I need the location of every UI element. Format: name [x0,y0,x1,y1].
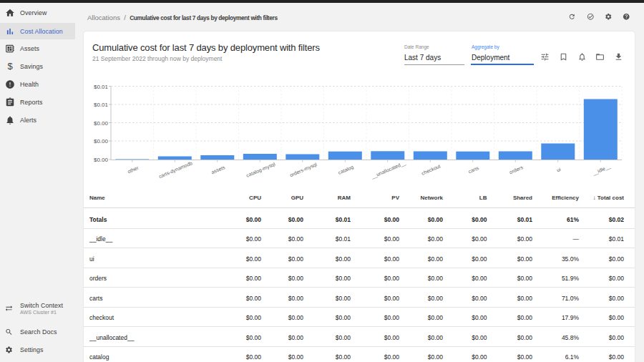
svg-text:$0.00: $0.00 [94,157,109,163]
svg-text:assets: assets [210,165,226,175]
svg-text:$0.00: $0.00 [94,120,109,127]
svg-text:other: other [127,165,140,175]
svg-text:$0.00: $0.00 [94,138,109,145]
svg-text:__unallocated__: __unallocated__ [370,160,406,180]
svg-text:carts: carts [467,165,479,175]
svg-text:orders-mysql: orders-mysql [289,162,318,178]
svg-text:catalog-mysql: catalog-mysql [245,161,276,178]
svg-text:ui: ui [556,167,562,173]
svg-text:$0.01: $0.01 [94,84,109,90]
svg-text:__idle__: __idle__ [591,164,612,177]
svg-text:carts-dynamodb: carts-dynamodb [158,160,193,180]
svg-text:$0.01: $0.01 [94,102,109,108]
svg-text:checkout: checkout [421,163,441,175]
svg-text:catalog: catalog [338,165,355,176]
svg-text:orders: orders [509,165,524,175]
